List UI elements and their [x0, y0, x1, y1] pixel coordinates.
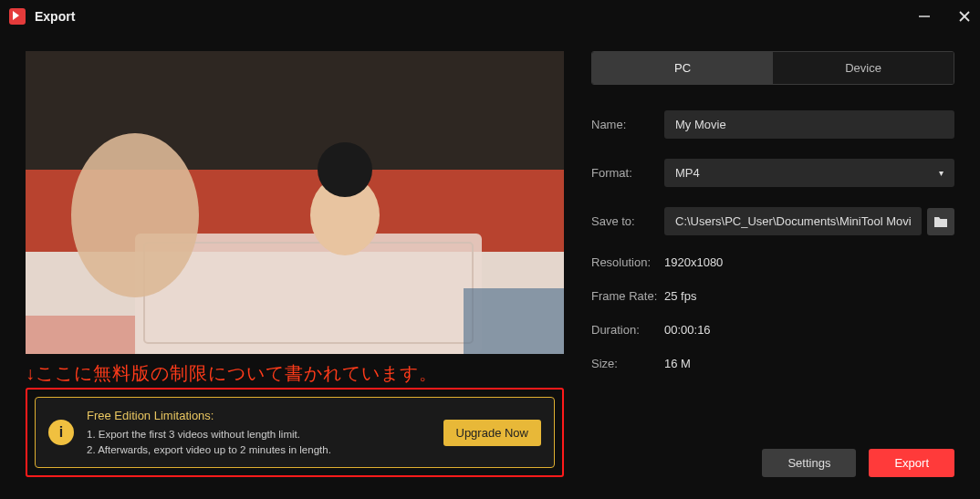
limitations-line-1: 1. Export the first 3 videos without len…	[87, 427, 431, 442]
annotation-text: ↓ここに無料版の制限について書かれています。	[26, 361, 564, 386]
tab-pc[interactable]: PC	[592, 52, 773, 84]
framerate-value: 25 fps	[664, 289, 696, 303]
limitations-title: Free Edition Limitations:	[87, 407, 431, 425]
format-value: MP4	[675, 166, 700, 180]
duration-value: 00:00:16	[664, 323, 711, 337]
format-select[interactable]: MP4 ▾	[664, 159, 954, 187]
annotation-highlight: i Free Edition Limitations: 1. Export th…	[26, 388, 564, 477]
duration-label: Duration:	[591, 323, 664, 337]
limitations-panel: i Free Edition Limitations: 1. Export th…	[35, 397, 555, 468]
window-title: Export	[35, 9, 75, 24]
saveto-label: Save to:	[591, 214, 664, 228]
app-icon	[9, 8, 26, 25]
resolution-label: Resolution:	[591, 255, 664, 269]
size-label: Size:	[591, 357, 664, 370]
svg-rect-10	[318, 142, 372, 197]
minimize-button[interactable]	[916, 8, 933, 25]
export-tabs: PC Device	[591, 51, 954, 85]
svg-point-8	[71, 133, 199, 297]
tab-device[interactable]: Device	[773, 52, 954, 84]
upgrade-button[interactable]: Upgrade Now	[443, 420, 542, 446]
name-input[interactable]	[664, 110, 954, 139]
close-button[interactable]	[956, 8, 973, 25]
saveto-input[interactable]	[664, 207, 922, 235]
export-button[interactable]: Export	[869, 449, 954, 477]
format-label: Format:	[591, 166, 664, 180]
resolution-value: 1920x1080	[664, 255, 723, 269]
video-preview	[26, 51, 564, 354]
chevron-down-icon: ▾	[939, 168, 944, 178]
folder-icon	[933, 215, 948, 228]
limitations-line-2: 2. Afterwards, export video up to 2 minu…	[87, 442, 431, 458]
info-icon: i	[48, 420, 74, 445]
size-value: 16 M	[664, 357, 691, 370]
settings-button[interactable]: Settings	[762, 449, 856, 477]
svg-rect-11	[26, 316, 135, 354]
browse-folder-button[interactable]	[927, 208, 954, 235]
name-label: Name:	[591, 118, 664, 131]
framerate-label: Frame Rate:	[591, 289, 664, 303]
svg-rect-12	[464, 288, 564, 354]
titlebar: Export	[0, 0, 980, 33]
